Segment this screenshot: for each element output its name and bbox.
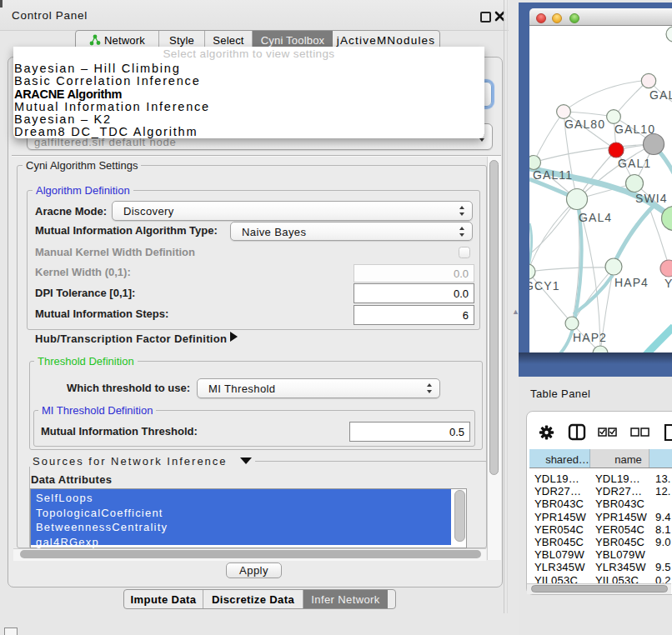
svg-text:GAL10: GAL10 xyxy=(614,122,655,136)
svg-text:GAL2: GAL2 xyxy=(649,88,672,102)
svg-text:HAP2: HAP2 xyxy=(573,331,607,344)
svg-text:GAL80: GAL80 xyxy=(564,118,605,131)
svg-text:GAL1: GAL1 xyxy=(618,157,651,170)
svg-text:GCY1: GCY1 xyxy=(529,279,560,292)
svg-text:Y: Y xyxy=(664,277,672,290)
svg-text:GAL11: GAL11 xyxy=(533,168,573,182)
svg-text:SWI4: SWI4 xyxy=(635,192,668,205)
svg-text:GAL4: GAL4 xyxy=(579,211,612,224)
svg-text:HAP4: HAP4 xyxy=(614,276,649,289)
